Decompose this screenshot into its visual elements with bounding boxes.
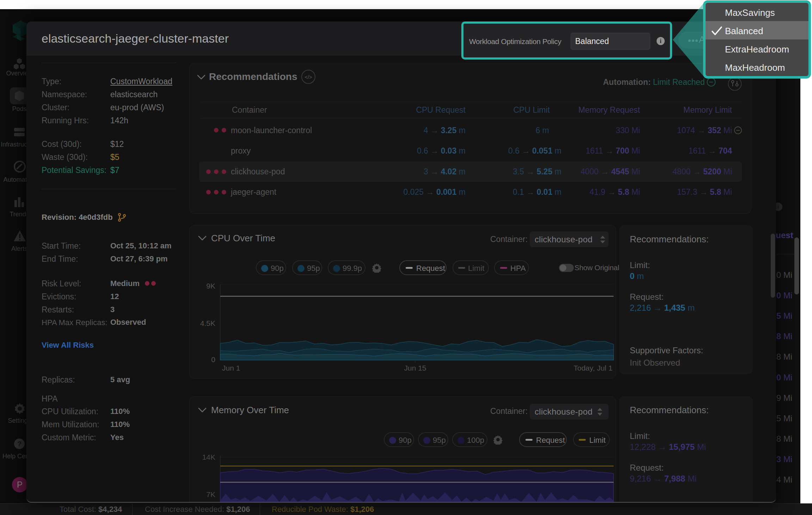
svg-text:9K: 9K (206, 282, 215, 290)
svg-text:?: ? (17, 440, 21, 448)
svg-text:14K: 14K (202, 453, 215, 461)
svg-text:Jun 1: Jun 1 (222, 364, 240, 372)
svg-text:4.5K: 4.5K (200, 319, 215, 327)
svg-text:Today, Jul 1: Today, Jul 1 (573, 364, 613, 372)
svg-text:Jun 15: Jun 15 (404, 364, 426, 372)
svg-text:7K: 7K (206, 490, 215, 498)
svg-text:</>: </> (304, 74, 312, 80)
svg-text:0: 0 (211, 355, 215, 364)
